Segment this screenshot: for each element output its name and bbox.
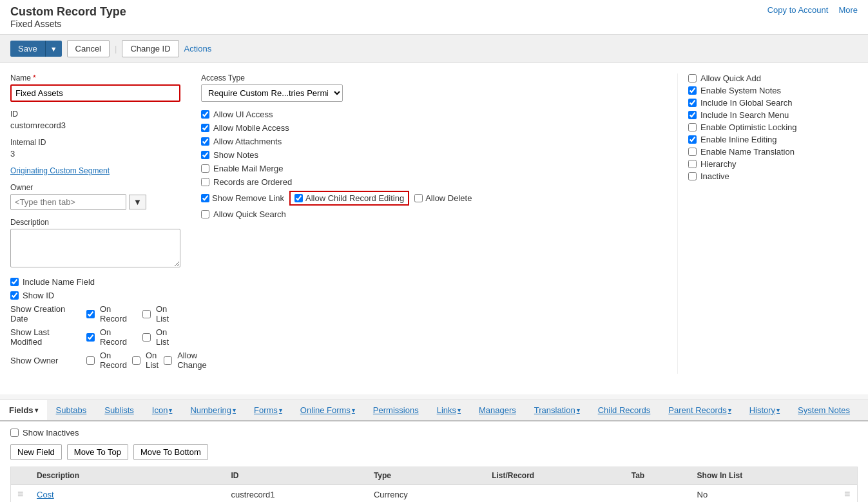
enable-optimistic-locking-checkbox[interactable]: [688, 123, 697, 131]
tab-sublists[interactable]: Sublists: [95, 400, 143, 421]
save-dropdown-button[interactable]: ▼: [45, 41, 62, 57]
include-name-field-row: Include Name Field: [10, 277, 180, 287]
allow-delete-checkbox[interactable]: [414, 194, 423, 202]
drag-handle-icon[interactable]: ≡: [17, 488, 23, 499]
allow-child-record-editing-checkbox[interactable]: [294, 194, 303, 202]
owner-on-record-checkbox[interactable]: [86, 356, 95, 365]
tab-translation[interactable]: Translation ▾: [525, 400, 589, 421]
allow-quick-search-row: Allow Quick Search: [201, 209, 667, 219]
tab-numbering[interactable]: Numbering ▾: [181, 400, 245, 421]
enable-name-translation-row: Enable Name Translation: [688, 147, 858, 157]
records-ordered-row: Records are Ordered: [201, 177, 667, 187]
include-search-menu-checkbox[interactable]: [688, 111, 697, 119]
tab-history[interactable]: History ▾: [740, 400, 789, 421]
records-ordered-label: Records are Ordered: [213, 177, 292, 187]
show-notes-checkbox[interactable]: [201, 151, 209, 159]
show-inactives-row: Show Inactives: [10, 428, 79, 438]
allow-change-checkbox[interactable]: [164, 356, 172, 365]
save-button[interactable]: Save: [10, 41, 45, 57]
main-form: Name * ID customrecord3 Internal ID 3 Or…: [0, 63, 868, 394]
id-cell: custrecord1: [225, 485, 367, 503]
parent-records-dropdown-arrow: ▾: [728, 407, 731, 414]
enable-system-notes-row: Enable System Notes: [688, 86, 858, 95]
owner-label: Owner: [10, 183, 180, 192]
tab-managers[interactable]: Managers: [470, 400, 525, 421]
save-group: Save ▼: [10, 41, 62, 57]
include-name-field-checkbox[interactable]: [10, 278, 19, 286]
middle-column: Access Type Require Custom Re...tries Pe…: [191, 73, 677, 374]
show-id-checkbox[interactable]: [10, 291, 19, 300]
tab-links[interactable]: Links ▾: [428, 400, 470, 421]
tabs-bar: Fields ▾ Subtabs Sublists Icon ▾ Numberi…: [0, 400, 868, 421]
hierarchy-checkbox[interactable]: [688, 160, 697, 168]
copy-to-account-link[interactable]: Copy to Account: [767, 5, 829, 15]
name-input[interactable]: [10, 84, 180, 102]
inactive-label: Inactive: [700, 171, 729, 181]
allow-mobile-access-checkbox[interactable]: [201, 124, 209, 132]
enable-mail-merge-checkbox[interactable]: [201, 164, 209, 173]
allow-quick-add-checkbox[interactable]: [688, 74, 697, 82]
show-remove-link-checkbox[interactable]: [201, 194, 209, 202]
online-forms-dropdown-arrow: ▾: [352, 407, 355, 414]
history-dropdown-arrow: ▾: [776, 407, 780, 414]
more-button[interactable]: More: [838, 5, 858, 15]
fields-tab-toolbar: Show Inactives: [10, 428, 858, 438]
required-star: *: [33, 73, 36, 82]
tab-icon[interactable]: Icon ▾: [143, 400, 182, 421]
tab-subtabs[interactable]: Subtabs: [47, 400, 96, 421]
row-actions-icon[interactable]: ≡: [844, 488, 850, 499]
owner-input[interactable]: [10, 194, 126, 210]
tab-parent-records[interactable]: Parent Records ▾: [659, 400, 740, 421]
allow-child-record-editing-group: Allow Child Record Editing: [289, 191, 409, 206]
move-to-bottom-button[interactable]: Move To Bottom: [133, 444, 208, 460]
modified-on-list-checkbox[interactable]: [142, 333, 151, 342]
tab-forms[interactable]: Forms ▾: [245, 400, 291, 421]
tab-system-notes[interactable]: System Notes: [789, 400, 859, 421]
owner-on-list-checkbox[interactable]: [132, 356, 140, 365]
inactive-checkbox[interactable]: [688, 172, 697, 180]
access-type-select[interactable]: Require Custom Re...tries Permission No …: [201, 84, 343, 102]
owner-dropdown-icon[interactable]: ▼: [129, 195, 146, 209]
row-description-link[interactable]: Cost: [37, 490, 54, 499]
col-show-in-list: Show In List: [691, 467, 838, 485]
actions-link[interactable]: Actions: [184, 44, 212, 53]
originating-segment-label[interactable]: Originating Custom Segment: [10, 166, 180, 175]
change-id-button[interactable]: Change ID: [122, 40, 178, 57]
toolbar-divider: |: [115, 44, 117, 53]
allow-ui-access-checkbox[interactable]: [201, 110, 209, 119]
creation-on-list-checkbox[interactable]: [142, 310, 151, 318]
enable-name-translation-label: Enable Name Translation: [700, 147, 795, 157]
allow-delete-label: Allow Delete: [425, 193, 472, 203]
tab-fields[interactable]: Fields ▾: [0, 400, 47, 421]
tab-child-records[interactable]: Child Records: [589, 400, 660, 421]
tab-cell: [625, 485, 691, 503]
page-subtitle: Fixed Assets: [10, 19, 126, 29]
move-to-top-button[interactable]: Move To Top: [67, 444, 128, 460]
page-title: Custom Record Type: [10, 5, 126, 19]
allow-quick-search-checkbox[interactable]: [201, 210, 209, 218]
right-column: Allow Quick Add Enable System Notes Incl…: [677, 73, 858, 374]
description-input[interactable]: [10, 229, 180, 267]
actions-cell: ≡: [838, 485, 857, 503]
enable-system-notes-checkbox[interactable]: [688, 86, 697, 95]
col-type: Type: [367, 467, 485, 485]
creation-on-list-label: On List: [156, 304, 180, 323]
cancel-button[interactable]: Cancel: [67, 40, 110, 57]
tab-permissions[interactable]: Permissions: [364, 400, 428, 421]
tab-section: Fields ▾ Subtabs Sublists Icon ▾ Numberi…: [0, 400, 868, 502]
allow-attachments-checkbox[interactable]: [201, 137, 209, 146]
modified-on-record-checkbox[interactable]: [86, 333, 95, 342]
tab-online-forms[interactable]: Online Forms ▾: [291, 400, 364, 421]
records-ordered-checkbox[interactable]: [201, 178, 209, 186]
show-inactives-checkbox[interactable]: [10, 429, 19, 437]
show-remove-link-label: Show Remove Link: [212, 193, 284, 203]
include-search-menu-row: Include In Search Menu: [688, 110, 858, 120]
type-cell: Currency: [367, 485, 485, 503]
creation-on-record-checkbox[interactable]: [86, 310, 95, 318]
new-field-button[interactable]: New Field: [10, 444, 62, 460]
description-group: Description: [10, 218, 180, 269]
enable-name-translation-checkbox[interactable]: [688, 148, 697, 156]
col-tab: Tab: [625, 467, 691, 485]
include-global-search-checkbox[interactable]: [688, 99, 697, 107]
enable-inline-editing-checkbox[interactable]: [688, 135, 697, 144]
